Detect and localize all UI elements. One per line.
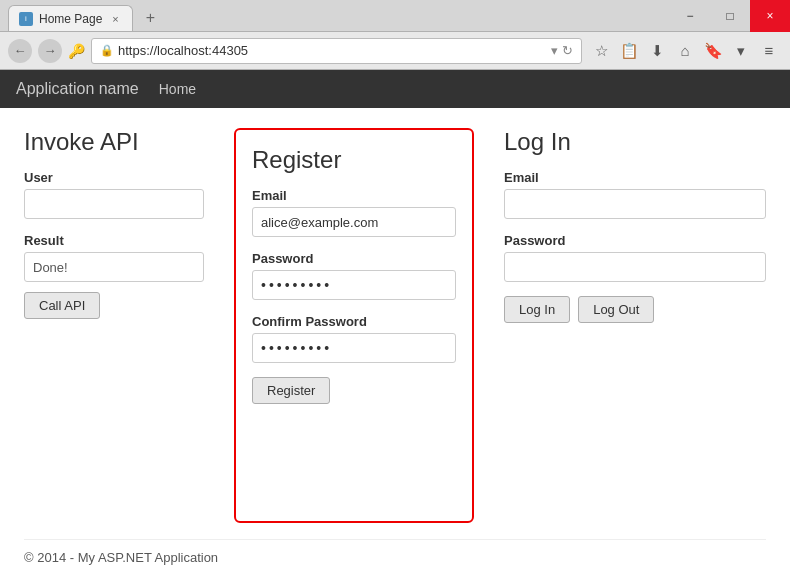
register-password-label: Password [252, 251, 456, 266]
minimize-button[interactable]: − [670, 0, 710, 32]
close-button[interactable]: × [750, 0, 790, 32]
url-text: https://localhost:44305 [118, 43, 551, 58]
menu-icon[interactable]: ≡ [756, 38, 782, 64]
url-dropdown-icon[interactable]: ▾ [551, 43, 558, 58]
page-content: Invoke API User Result Done! Call API Re… [0, 108, 790, 585]
tab-title: Home Page [39, 12, 102, 26]
register-title: Register [252, 146, 456, 174]
login-title: Log In [504, 128, 766, 156]
register-confirm-label: Confirm Password [252, 314, 456, 329]
login-buttons: Log In Log Out [504, 296, 766, 323]
home-icon[interactable]: ⌂ [672, 38, 698, 64]
forward-icon: → [44, 43, 57, 58]
back-icon: ← [14, 43, 27, 58]
browser-window: i Home Page × + − □ × ← → 🔑 🔒 https://lo… [0, 0, 790, 585]
login-button[interactable]: Log In [504, 296, 570, 323]
register-email-group: Email [252, 188, 456, 247]
new-tab-button[interactable]: + [137, 5, 163, 31]
refresh-icon[interactable]: ↻ [562, 43, 573, 58]
login-password-group: Password [504, 233, 766, 292]
app-name: Application name [16, 80, 139, 98]
login-section: Log In Email Password Log In Log Out [484, 128, 766, 523]
sections: Invoke API User Result Done! Call API Re… [24, 128, 766, 523]
back-button[interactable]: ← [8, 39, 32, 63]
invoke-api-section: Invoke API User Result Done! Call API [24, 128, 224, 523]
tab-close-button[interactable]: × [108, 12, 122, 26]
toolbar-icons: ☆ 📋 ⬇ ⌂ 🔖 ▾ ≡ [588, 38, 782, 64]
nav-home-link[interactable]: Home [159, 81, 196, 97]
logout-button[interactable]: Log Out [578, 296, 654, 323]
window-controls: − □ × [670, 0, 790, 31]
url-field[interactable]: 🔒 https://localhost:44305 ▾ ↻ [91, 38, 582, 64]
download-icon[interactable]: ⬇ [644, 38, 670, 64]
call-api-button[interactable]: Call API [24, 292, 100, 319]
clipboard-icon[interactable]: 📋 [616, 38, 642, 64]
register-email-input[interactable] [252, 207, 456, 237]
register-password-input[interactable] [252, 270, 456, 300]
star-icon[interactable]: ☆ [588, 38, 614, 64]
login-email-label: Email [504, 170, 766, 185]
result-value: Done! [24, 252, 204, 282]
invoke-api-title: Invoke API [24, 128, 204, 156]
footer: © 2014 - My ASP.NET Application [24, 539, 766, 565]
maximize-button[interactable]: □ [710, 0, 750, 32]
key-icon: 🔑 [68, 43, 85, 59]
bookmark-icon[interactable]: 🔖 [700, 38, 726, 64]
tab-favicon: i [19, 12, 33, 26]
user-input[interactable] [24, 189, 204, 219]
user-label: User [24, 170, 204, 185]
login-email-input[interactable] [504, 189, 766, 219]
register-button[interactable]: Register [252, 377, 330, 404]
nav-bar: Application name Home [0, 70, 790, 108]
result-field-group: Result Done! [24, 233, 204, 282]
login-email-group: Email [504, 170, 766, 229]
login-password-label: Password [504, 233, 766, 248]
lock-icon: 🔒 [100, 44, 114, 57]
address-bar: ← → 🔑 🔒 https://localhost:44305 ▾ ↻ ☆ 📋 … [0, 32, 790, 70]
bookmark-dropdown-icon[interactable]: ▾ [728, 38, 754, 64]
register-email-label: Email [252, 188, 456, 203]
register-section: Register Email Password Confirm Password… [234, 128, 474, 523]
footer-text: © 2014 - My ASP.NET Application [24, 550, 218, 565]
register-password-group: Password [252, 251, 456, 310]
title-bar: i Home Page × + − □ × [0, 0, 790, 32]
result-label: Result [24, 233, 204, 248]
register-confirm-input[interactable] [252, 333, 456, 363]
forward-button[interactable]: → [38, 39, 62, 63]
browser-tab[interactable]: i Home Page × [8, 5, 133, 31]
register-confirm-group: Confirm Password [252, 314, 456, 373]
user-field-group: User [24, 170, 204, 229]
url-icons: ▾ ↻ [551, 43, 573, 58]
login-password-input[interactable] [504, 252, 766, 282]
